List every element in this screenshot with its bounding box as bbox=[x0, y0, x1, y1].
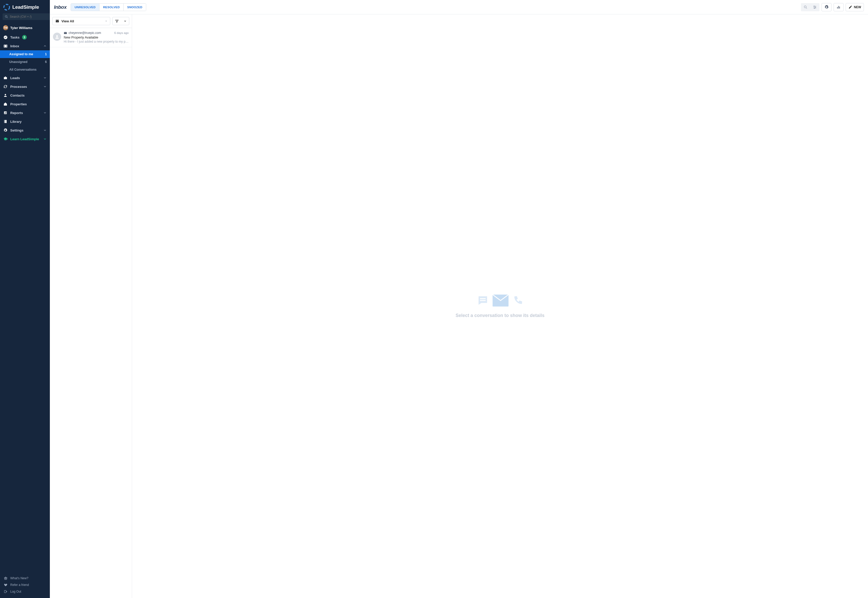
nav-library[interactable]: Library bbox=[0, 117, 50, 126]
person-icon bbox=[3, 93, 8, 98]
nav-inbox-assigned-count: 1 bbox=[45, 52, 47, 56]
svg-rect-8 bbox=[4, 113, 5, 114]
nav-library-label: Library bbox=[10, 120, 22, 124]
nav-tasks-label: Tasks bbox=[10, 36, 19, 39]
brand-logo-icon bbox=[3, 4, 10, 11]
topbar-adjust-button bbox=[810, 3, 819, 11]
nav-reports-label: Reports bbox=[10, 111, 23, 115]
conversation-preview: Hi there - I just added a new property t… bbox=[64, 40, 129, 43]
topbar-search-button bbox=[801, 3, 810, 11]
whats-new-label: What's New? bbox=[10, 576, 28, 580]
chevron-down-icon bbox=[43, 129, 47, 132]
gift-icon bbox=[4, 576, 8, 580]
chevron-down-icon bbox=[124, 19, 127, 22]
sidebar: LeadSimple TW Tyler Williams Tasks 3 bbox=[0, 0, 50, 598]
nav-properties[interactable]: Properties bbox=[0, 100, 50, 108]
nav-processes[interactable]: Processes bbox=[0, 82, 50, 91]
tab-resolved[interactable]: RESOLVED bbox=[99, 4, 124, 11]
chevron-up-icon bbox=[43, 44, 47, 48]
current-user[interactable]: TW Tyler Williams bbox=[0, 22, 50, 33]
inbox-tray-icon bbox=[55, 19, 59, 23]
pencil-icon bbox=[849, 5, 852, 9]
filter-button[interactable] bbox=[112, 17, 129, 25]
sliders-icon bbox=[813, 5, 817, 9]
tab-snoozed[interactable]: SNOOZED bbox=[124, 4, 146, 11]
svg-line-17 bbox=[806, 8, 807, 9]
nav-inbox-unassigned[interactable]: Unassigned 6 bbox=[0, 58, 50, 66]
check-circle-icon bbox=[3, 35, 8, 40]
gear-icon bbox=[824, 5, 829, 9]
brand[interactable]: LeadSimple bbox=[0, 0, 50, 13]
stats-button[interactable] bbox=[834, 3, 844, 11]
svg-rect-25 bbox=[838, 6, 839, 9]
nav-contacts-label: Contacts bbox=[10, 94, 25, 97]
conversation-list: View All bbox=[50, 14, 132, 598]
chevron-down-icon bbox=[43, 76, 47, 80]
svg-rect-15 bbox=[4, 590, 6, 593]
phone-icon bbox=[513, 295, 523, 306]
bar-chart-icon bbox=[837, 5, 841, 9]
nav-reports[interactable]: Reports bbox=[0, 108, 50, 117]
book-icon bbox=[3, 119, 8, 124]
status-tabs: UNRESOLVED RESOLVED SNOOZED bbox=[71, 3, 146, 11]
svg-point-27 bbox=[56, 35, 58, 37]
nav-inbox[interactable]: Inbox bbox=[0, 42, 50, 50]
empty-text: Select a conversation to show its detail… bbox=[456, 313, 545, 318]
nav-inbox-assigned[interactable]: Assigned to me 1 bbox=[0, 50, 50, 58]
chat-icon bbox=[477, 295, 488, 306]
nav-leads-label: Leads bbox=[10, 76, 20, 80]
nav-contacts[interactable]: Contacts bbox=[0, 91, 50, 100]
topbar: Inbox UNRESOLVED RESOLVED SNOOZED bbox=[50, 0, 868, 14]
nav-settings-label: Settings bbox=[10, 129, 23, 132]
tasks-badge: 3 bbox=[22, 35, 27, 40]
funnel-icon bbox=[115, 19, 119, 23]
nav-inbox-all-label: All Conversations bbox=[9, 68, 36, 72]
chart-icon bbox=[3, 111, 8, 115]
conversation-detail: Select a conversation to show its detail… bbox=[132, 14, 868, 598]
search-input-wrap[interactable] bbox=[3, 13, 50, 20]
topbar-actions: NEW bbox=[801, 3, 864, 11]
mail-large-icon bbox=[492, 295, 509, 307]
content: View All bbox=[50, 14, 868, 598]
new-button[interactable]: NEW bbox=[846, 3, 864, 11]
nav-inbox-all[interactable]: All Conversations bbox=[0, 66, 50, 73]
tab-unresolved[interactable]: UNRESOLVED bbox=[71, 4, 99, 11]
sync-icon bbox=[3, 84, 8, 89]
search-row bbox=[0, 13, 50, 22]
view-select[interactable]: View All bbox=[52, 17, 110, 25]
svg-point-21 bbox=[814, 6, 814, 6]
heart-icon bbox=[4, 583, 8, 587]
nav-inbox-unassigned-count: 6 bbox=[45, 60, 47, 64]
primary-nav: Tasks 3 Inbox Assigned to me 1 Unassigne… bbox=[0, 33, 50, 573]
logout-icon bbox=[4, 589, 8, 594]
nav-learn[interactable]: Learn LeadSimple bbox=[0, 135, 50, 144]
nav-leads[interactable]: Leads bbox=[0, 73, 50, 82]
settings-button[interactable] bbox=[822, 3, 832, 11]
whats-new-link[interactable]: What's New? bbox=[0, 575, 50, 582]
empty-illustration bbox=[477, 295, 523, 307]
chevron-down-icon bbox=[43, 111, 47, 115]
nav-tasks[interactable]: Tasks 3 bbox=[0, 33, 50, 42]
conversation-subject: New Property Available bbox=[64, 36, 129, 39]
conversation-item[interactable]: cheyenne@truepic.com 6 days ago New Prop… bbox=[50, 28, 132, 47]
svg-rect-28 bbox=[480, 298, 486, 299]
disabled-actions bbox=[801, 3, 819, 11]
search-input[interactable] bbox=[10, 15, 48, 18]
logout-label: Log Out bbox=[10, 590, 21, 594]
nav-settings[interactable]: Settings bbox=[0, 126, 50, 135]
gear-icon bbox=[3, 128, 8, 133]
list-toolbar: View All bbox=[50, 14, 132, 28]
home-icon bbox=[3, 102, 8, 106]
refer-link[interactable]: Refer a friend bbox=[0, 582, 50, 588]
search-icon bbox=[4, 15, 8, 18]
svg-rect-5 bbox=[4, 45, 6, 47]
chevron-down-icon bbox=[43, 137, 47, 141]
person-icon bbox=[54, 34, 60, 39]
nav-learn-label: Learn LeadSimple bbox=[10, 137, 39, 141]
conversation-meta: cheyenne@truepic.com 6 days ago bbox=[64, 31, 129, 35]
svg-rect-11 bbox=[4, 120, 5, 123]
search-icon bbox=[804, 5, 808, 9]
chevron-down-icon bbox=[43, 85, 47, 88]
main: Inbox UNRESOLVED RESOLVED SNOOZED bbox=[50, 0, 868, 598]
logout-link[interactable]: Log Out bbox=[0, 588, 50, 595]
